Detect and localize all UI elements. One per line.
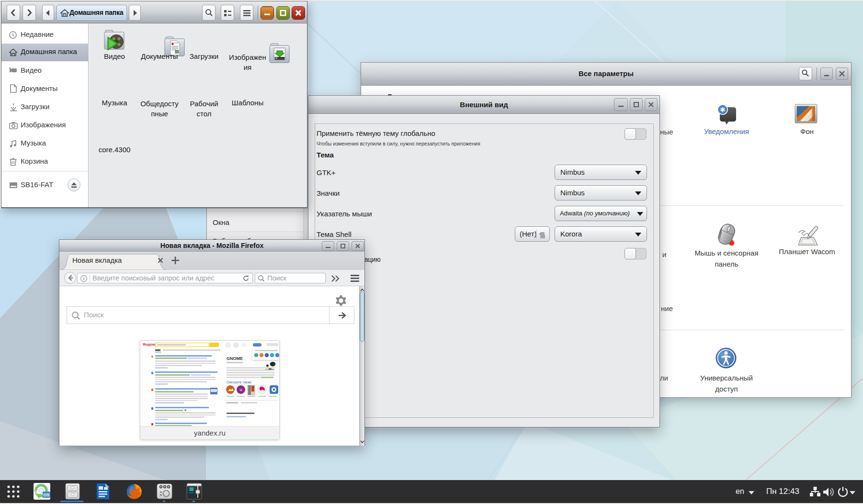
svg-text:OS: OS [43,493,49,497]
svg-text:u: u [239,387,242,392]
